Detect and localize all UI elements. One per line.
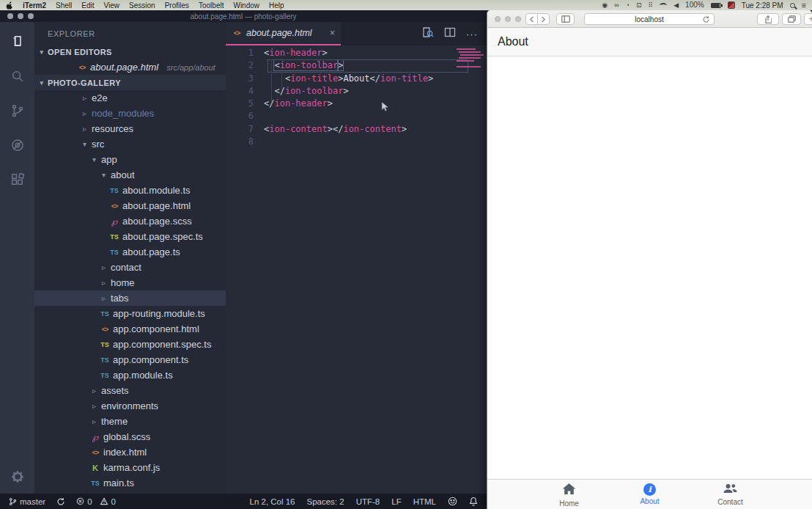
vscode-traffic-lights[interactable] bbox=[7, 13, 34, 19]
tree-folder-node_modules[interactable]: ▹node_modules bbox=[34, 106, 226, 121]
tree-file-app.component.spec.ts[interactable]: TSapp.component.spec.ts bbox=[34, 337, 226, 352]
sidebar-toggle-button[interactable] bbox=[556, 13, 575, 25]
close-window-button[interactable] bbox=[7, 13, 13, 19]
problems-indicator[interactable]: 0 0 bbox=[76, 497, 116, 506]
close-window-button[interactable] bbox=[495, 16, 501, 22]
tree-file-about.page.scss[interactable]: ℘about.page.scss bbox=[34, 213, 226, 229]
project-header[interactable]: ▾ PHOTO-GALLERY bbox=[34, 75, 226, 90]
wifi-icon[interactable] bbox=[660, 3, 667, 8]
tree-file-about.module.ts[interactable]: TSabout.module.ts bbox=[34, 183, 226, 198]
menu-window[interactable]: Window bbox=[233, 1, 259, 10]
split-editor-icon[interactable] bbox=[444, 26, 456, 41]
search-icon[interactable] bbox=[11, 70, 24, 83]
tree-folder-home[interactable]: ▹home bbox=[34, 275, 226, 290]
explorer-icon[interactable] bbox=[11, 35, 24, 48]
indentation-setting[interactable]: Spaces: 2 bbox=[307, 497, 344, 506]
tree-file-about.page.html[interactable]: <>about.page.html bbox=[34, 198, 226, 213]
time-machine-icon[interactable]: ◔ bbox=[626, 2, 630, 9]
code-line[interactable]: 2 <ion-toolbar> bbox=[226, 59, 487, 72]
ion-tab-about[interactable]: iAbout bbox=[624, 483, 676, 509]
code-line[interactable]: 7<ion-content></ion-content> bbox=[226, 123, 487, 136]
volume-icon[interactable]: ◀ bbox=[673, 2, 679, 9]
tree-file-index.html[interactable]: <>index.html bbox=[34, 444, 226, 460]
tree-folder-assets[interactable]: ▹assets bbox=[34, 383, 226, 398]
share-button[interactable] bbox=[757, 13, 779, 25]
feedback-smiley-icon[interactable] bbox=[448, 497, 457, 506]
tree-file-app.component.ts[interactable]: TSapp.component.ts bbox=[34, 352, 226, 367]
tree-folder-tabs[interactable]: ▹tabs bbox=[34, 290, 226, 306]
zoom-window-button[interactable] bbox=[28, 13, 34, 19]
browser-traffic-lights[interactable] bbox=[495, 16, 521, 22]
sync-indicator[interactable] bbox=[56, 497, 65, 506]
tree-file-main.ts[interactable]: TSmain.ts bbox=[34, 475, 226, 491]
menubar-app-grid-icon[interactable] bbox=[728, 1, 735, 9]
extensions-icon[interactable] bbox=[11, 173, 24, 186]
tree-folder-src[interactable]: ▾src bbox=[34, 136, 226, 152]
menu-session[interactable]: Session bbox=[129, 1, 155, 10]
zoom-window-button[interactable] bbox=[515, 16, 521, 22]
code-line[interactable]: 6 bbox=[226, 110, 487, 122]
menu-help[interactable]: Help bbox=[269, 1, 284, 10]
spotlight-icon[interactable] bbox=[790, 3, 795, 8]
code-line[interactable]: 1<ion-header> bbox=[226, 47, 487, 59]
menu-toolbelt[interactable]: Toolbelt bbox=[199, 1, 224, 10]
minimize-window-button[interactable] bbox=[18, 13, 23, 19]
apple-menu-icon[interactable] bbox=[6, 1, 13, 10]
tree-file-about.page.spec.ts[interactable]: TSabout.page.spec.ts bbox=[34, 229, 226, 244]
notification-center-icon[interactable]: ≡ bbox=[802, 1, 806, 10]
screen-record-icon[interactable]: ◉ bbox=[602, 2, 608, 9]
code-editor[interactable]: 1<ion-header>2 <ion-toolbar>3 <ion-title… bbox=[226, 45, 487, 494]
more-actions-icon[interactable]: ··· bbox=[466, 29, 478, 40]
tree-folder-resources[interactable]: ▹resources bbox=[34, 121, 226, 136]
address-bar[interactable]: localhost bbox=[584, 13, 715, 25]
menu-edit[interactable]: Edit bbox=[81, 1, 94, 10]
tree-folder-environments[interactable]: ▹environments bbox=[34, 398, 226, 414]
code-line[interactable]: 3 <ion-title>About</ion-title> bbox=[226, 73, 487, 85]
reload-icon[interactable] bbox=[702, 15, 710, 25]
gear-icon[interactable] bbox=[11, 470, 24, 483]
open-editor-item[interactable]: <> about.page.html src/app/about bbox=[34, 59, 226, 75]
tree-folder-contact[interactable]: ▹contact bbox=[34, 260, 226, 275]
tree-file-global.scss[interactable]: ℘global.scss bbox=[34, 429, 226, 444]
open-editors-header[interactable]: ▾ OPEN EDITORS bbox=[34, 44, 226, 59]
tree-folder-theme[interactable]: ▹theme bbox=[34, 414, 226, 429]
tree-file-app.component.html[interactable]: <>app.component.html bbox=[34, 321, 226, 337]
menu-profiles[interactable]: Profiles bbox=[165, 1, 189, 10]
language-mode[interactable]: HTML bbox=[413, 497, 436, 506]
menu-view[interactable]: View bbox=[104, 1, 120, 10]
forward-button[interactable] bbox=[537, 13, 550, 25]
new-tab-button[interactable]: + bbox=[804, 13, 812, 25]
ion-tab-home[interactable]: Home bbox=[544, 483, 595, 509]
airplay-icon[interactable]: ⊡ bbox=[636, 2, 642, 9]
source-control-icon[interactable] bbox=[11, 104, 24, 117]
keyboard-icon[interactable]: ⠿ bbox=[649, 2, 654, 9]
notifications-bell-icon[interactable] bbox=[469, 497, 478, 506]
menubar-app-name[interactable]: iTerm2 bbox=[23, 1, 46, 10]
eol-setting[interactable]: LF bbox=[391, 497, 401, 506]
close-tab-icon[interactable]: × bbox=[330, 28, 335, 38]
tree-file-app-routing.module.ts[interactable]: TSapp-routing.module.ts bbox=[34, 306, 226, 321]
tab-about-page-html[interactable]: <> about.page.html × bbox=[226, 22, 341, 45]
tree-file-about.page.ts[interactable]: TSabout.page.ts bbox=[34, 244, 226, 260]
ion-tab-contact[interactable]: Contact bbox=[705, 483, 756, 509]
code-line[interactable]: 8 bbox=[226, 136, 487, 148]
debug-icon[interactable] bbox=[11, 139, 24, 152]
open-preview-icon[interactable] bbox=[422, 26, 434, 41]
menu-shell[interactable]: Shell bbox=[56, 1, 72, 10]
tree-folder-e2e[interactable]: ▹e2e bbox=[34, 90, 226, 106]
minimize-window-button[interactable] bbox=[505, 16, 511, 22]
tree-file-karma.conf.js[interactable]: Kkarma.conf.js bbox=[34, 460, 226, 475]
back-button[interactable] bbox=[525, 13, 538, 25]
minimap[interactable] bbox=[457, 48, 481, 69]
menubar-clock[interactable]: Tue 2:28 PM bbox=[742, 1, 783, 10]
cursor-position[interactable]: Ln 2, Col 16 bbox=[250, 497, 295, 506]
git-branch-indicator[interactable]: master bbox=[9, 497, 45, 506]
code-line[interactable]: 5</ion-header> bbox=[226, 98, 487, 110]
code-line[interactable]: 4 </ion-toolbar> bbox=[226, 85, 487, 98]
tree-folder-app[interactable]: ▾app bbox=[34, 152, 226, 167]
tree-file-app.module.ts[interactable]: TSapp.module.ts bbox=[34, 367, 226, 383]
glasses-icon[interactable]: ∞ bbox=[614, 2, 619, 9]
encoding-setting[interactable]: UTF-8 bbox=[356, 497, 380, 506]
tree-folder-about[interactable]: ▾about bbox=[34, 167, 226, 183]
show-all-tabs-button[interactable] bbox=[782, 13, 801, 25]
